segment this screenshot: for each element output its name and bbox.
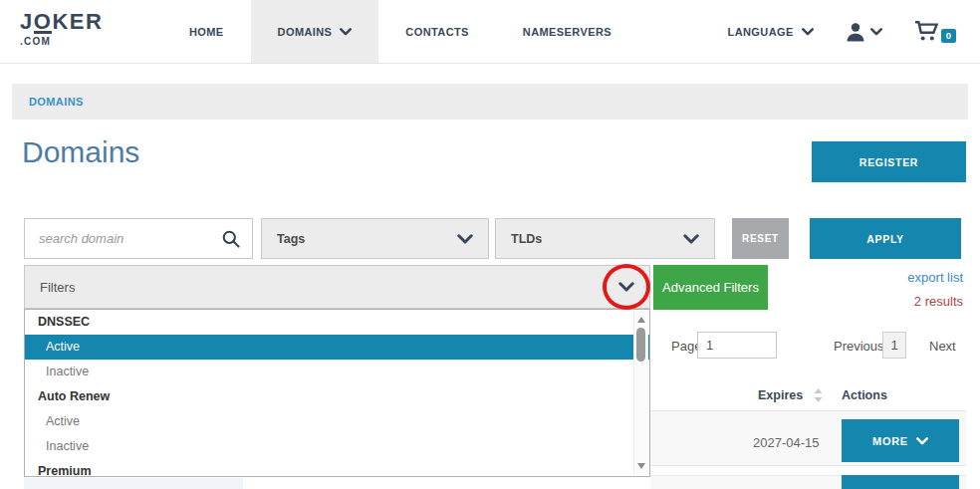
chevron-down-icon <box>916 437 928 445</box>
dropdown-scrollbar[interactable] <box>633 311 648 475</box>
next-page-link[interactable]: Next <box>929 339 956 354</box>
chevron-down-icon <box>683 234 699 244</box>
navbar-right: LANGUAGE 0 <box>728 0 956 63</box>
cart-count-badge: 0 <box>941 29 956 43</box>
cart-icon <box>914 20 939 42</box>
apply-button[interactable]: APPLY <box>810 218 961 259</box>
dropdown-option-dnssec-active[interactable]: Active <box>25 335 650 360</box>
language-label: LANGUAGE <box>728 26 794 38</box>
logo-letter-o: O <box>34 13 53 34</box>
logo-letters: KER <box>52 9 103 34</box>
logo-wordmark: JOKER <box>20 11 103 34</box>
nav-item-contacts[interactable]: CONTACTS <box>378 0 496 63</box>
reset-button[interactable]: RESET <box>732 218 789 259</box>
tags-select-label: Tags <box>277 232 305 246</box>
chevron-down-icon <box>802 28 814 36</box>
breadcrumb-domains-link[interactable]: DOMAINS <box>29 96 84 108</box>
page-title: Domains <box>22 135 139 169</box>
joker-domains-page: JOKER .COM HOME DOMAINS CONTACTS NAMESER… <box>0 0 980 489</box>
top-navbar: JOKER .COM HOME DOMAINS CONTACTS NAMESER… <box>0 0 980 64</box>
nav-item-label: CONTACTS <box>405 26 469 38</box>
filters-select[interactable]: Filters <box>24 265 650 309</box>
expires-date-cell: 2027-04-15 <box>753 435 820 450</box>
column-header-actions: Actions <box>842 388 887 402</box>
user-icon <box>846 22 865 42</box>
filters-dropdown-list: DNSSEC Active Inactive Auto Renew Active… <box>24 309 650 477</box>
results-count: 2 results <box>914 294 963 309</box>
column-header-expires[interactable]: Expires <box>758 388 803 402</box>
dropdown-group-premium: Premium <box>25 459 649 477</box>
search-input[interactable] <box>37 230 222 247</box>
scrollbar-thumb[interactable] <box>636 328 645 362</box>
tlds-select-label: TLDs <box>511 232 542 246</box>
sort-icon[interactable] <box>814 388 823 402</box>
chevron-down-icon <box>457 234 473 244</box>
nav-item-domains[interactable]: DOMAINS <box>251 0 379 63</box>
dropdown-option-autorenew-inactive[interactable]: Inactive <box>25 434 650 459</box>
dropdown-option-autorenew-active[interactable]: Active <box>25 409 650 434</box>
cart-button[interactable]: 0 <box>914 20 956 43</box>
logo-letter: J <box>20 9 34 34</box>
more-actions-button-partial[interactable] <box>842 475 959 489</box>
dropdown-option-dnssec-inactive[interactable]: Inactive <box>25 360 650 384</box>
filters-select-label: Filters <box>40 280 75 295</box>
nav-item-label: HOME <box>189 26 224 38</box>
chevron-down-icon <box>618 282 634 292</box>
search-icon[interactable] <box>222 230 240 248</box>
breadcrumb: DOMAINS <box>12 84 968 120</box>
main-nav: HOME DOMAINS CONTACTS NAMESERVERS <box>162 0 638 63</box>
apply-button-label: APPLY <box>866 233 904 245</box>
nav-item-home[interactable]: HOME <box>162 0 251 63</box>
chevron-down-icon <box>340 28 352 36</box>
register-button[interactable]: REGISTER <box>812 141 966 182</box>
language-menu[interactable]: LANGUAGE <box>728 26 814 38</box>
previous-page-link[interactable]: Previous <box>834 339 884 354</box>
tags-select[interactable]: Tags <box>261 218 489 259</box>
more-actions-button[interactable]: MORE <box>842 419 959 462</box>
scrollbar-down-icon[interactable] <box>637 463 645 469</box>
tlds-select[interactable]: TLDs <box>495 218 715 259</box>
register-button-label: REGISTER <box>859 156 918 168</box>
advanced-filters-button[interactable]: Advanced Filters <box>653 265 768 310</box>
account-menu[interactable] <box>846 22 882 42</box>
table-cell-partial <box>24 478 243 489</box>
export-list-link[interactable]: export list <box>907 270 963 285</box>
joker-logo[interactable]: JOKER .COM <box>20 11 103 47</box>
chevron-down-icon <box>870 28 882 36</box>
domain-search-box <box>24 218 253 259</box>
dropdown-group-dnssec: DNSSEC <box>25 310 649 335</box>
current-page-button[interactable]: 1 <box>882 332 906 359</box>
nav-item-nameservers[interactable]: NAMESERVERS <box>496 0 638 63</box>
reset-button-label: RESET <box>742 233 779 244</box>
logo-suffix: .COM <box>20 37 103 47</box>
advanced-filters-label: Advanced Filters <box>662 280 759 295</box>
dropdown-group-auto-renew: Auto Renew <box>25 384 649 409</box>
nav-item-label: NAMESERVERS <box>523 26 612 38</box>
nav-item-label: DOMAINS <box>278 26 333 38</box>
page-number-input[interactable] <box>697 332 777 359</box>
more-button-label: MORE <box>872 435 908 447</box>
scrollbar-up-icon[interactable] <box>637 317 645 323</box>
